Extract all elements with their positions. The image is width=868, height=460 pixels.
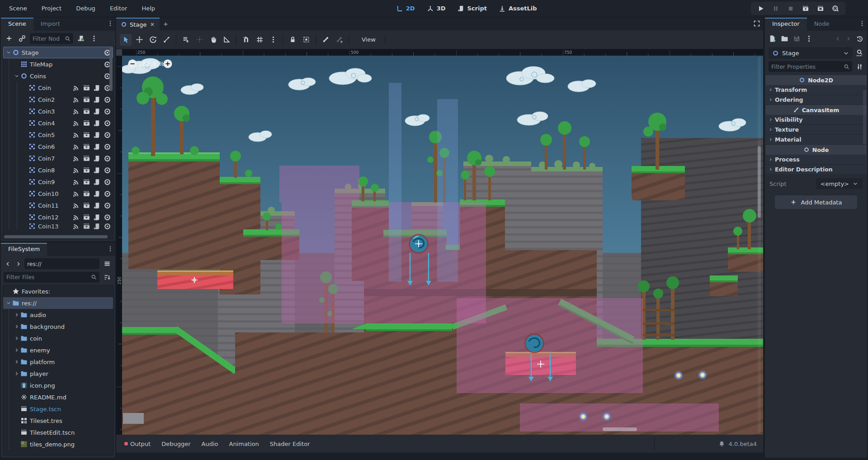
history-back-icon[interactable]: [835, 36, 841, 42]
inspector-section[interactable]: Texture: [765, 125, 867, 135]
script-icon[interactable]: [93, 166, 101, 174]
instanced-scene-icon[interactable]: [83, 155, 90, 162]
expander-icon[interactable]: [13, 371, 20, 376]
toolbar-button[interactable]: [254, 34, 265, 46]
filesystem-row[interactable]: res://: [3, 297, 113, 309]
new-resource-icon[interactable]: [769, 35, 776, 43]
scene-tree-row[interactable]: TileMap: [3, 58, 113, 70]
inspector-scrollbar[interactable]: [863, 90, 866, 144]
toolbar-button[interactable]: [147, 34, 159, 46]
inspector-section[interactable]: Node2D: [765, 75, 867, 85]
toolbar-button[interactable]: [240, 34, 252, 46]
script-icon[interactable]: [93, 213, 101, 221]
script-icon[interactable]: [93, 178, 101, 186]
script-icon[interactable]: [93, 108, 101, 115]
menu-item[interactable]: Editor: [104, 3, 132, 14]
toolbar-button[interactable]: [207, 34, 219, 46]
inspector-dock-menu-icon[interactable]: [859, 20, 865, 27]
file-sort-button[interactable]: [102, 272, 113, 283]
inspector-section[interactable]: Transform: [765, 85, 867, 95]
add-node-button[interactable]: [4, 33, 14, 44]
scene-tree-row[interactable]: Coin: [3, 82, 113, 94]
bottom-panel-tab[interactable]: Output: [120, 438, 155, 450]
history-forward-icon[interactable]: [845, 36, 851, 42]
view-menu-button[interactable]: View: [356, 34, 381, 45]
signal-icon[interactable]: [72, 119, 80, 127]
signal-icon[interactable]: [72, 178, 80, 186]
scene-tree-vscrollbar[interactable]: [109, 47, 113, 91]
filesystem-row[interactable]: Stage.tscn: [3, 403, 113, 415]
close-icon[interactable]: [150, 22, 155, 27]
node-selector-dropdown[interactable]: Stage: [769, 47, 853, 59]
expander-icon[interactable]: [13, 336, 20, 341]
visibility-toggle-icon[interactable]: [104, 108, 111, 115]
zoom-level[interactable]: 188.8 %: [138, 60, 165, 67]
mode-button[interactable]: Script: [458, 5, 487, 12]
load-resource-icon[interactable]: [781, 35, 788, 43]
expander-icon[interactable]: [5, 301, 12, 305]
scene-tree-row[interactable]: Coin12: [3, 211, 113, 223]
toolbar-button[interactable]: [176, 34, 176, 45]
instanced-scene-icon[interactable]: [83, 84, 90, 92]
bottom-panel-tab[interactable]: Shader Editor: [265, 438, 315, 450]
scene-tree-row[interactable]: Coin11: [3, 199, 113, 211]
signal-icon[interactable]: [72, 143, 80, 151]
filesystem-row[interactable]: tiles_demo.png: [3, 438, 113, 450]
play-control-icon[interactable]: [817, 5, 824, 12]
scene-tree-row[interactable]: Stage: [3, 47, 113, 58]
mode-button[interactable]: 3D: [427, 5, 446, 12]
toolbar-button[interactable]: [193, 34, 205, 46]
version-info[interactable]: 4.0.beta4: [718, 441, 757, 447]
scene-tree-row[interactable]: Coin8: [3, 164, 113, 176]
scene-tree-hscrollbar[interactable]: [4, 235, 108, 238]
visibility-toggle-icon[interactable]: [104, 96, 111, 104]
toolbar-button[interactable]: [180, 34, 192, 46]
instanced-scene-icon[interactable]: [83, 166, 90, 174]
new-scene-tab-button[interactable]: [160, 18, 172, 30]
instanced-scene-icon[interactable]: [83, 119, 90, 127]
visibility-toggle-icon[interactable]: [104, 190, 111, 198]
expander-icon[interactable]: [13, 324, 20, 329]
inspector-section[interactable]: Editor Description: [765, 165, 867, 175]
toolbar-button[interactable]: [133, 34, 145, 46]
toolbar-button[interactable]: [320, 34, 331, 46]
filesystem-row[interactable]: Favorites:: [3, 285, 113, 297]
script-icon[interactable]: [93, 119, 101, 127]
scene-tree-row[interactable]: Coin7: [3, 152, 113, 164]
script-icon[interactable]: [93, 190, 101, 198]
toolbar-button[interactable]: [333, 34, 345, 46]
play-control-icon[interactable]: [757, 5, 764, 12]
dock-tab[interactable]: Inspector: [765, 18, 807, 31]
expander-icon[interactable]: [13, 313, 20, 317]
instanced-scene-icon[interactable]: [83, 178, 90, 186]
dock-tab[interactable]: Node: [807, 18, 837, 31]
scene-tree-row[interactable]: Coins: [3, 70, 113, 82]
bottom-panel-tab[interactable]: Animation: [224, 438, 263, 450]
filesystem-row[interactable]: player: [3, 368, 113, 379]
visibility-toggle-icon[interactable]: [104, 223, 111, 229]
signal-icon[interactable]: [72, 131, 80, 139]
menu-item[interactable]: Scene: [4, 3, 33, 14]
signal-icon[interactable]: [72, 108, 80, 115]
filesystem-row[interactable]: coin: [3, 332, 113, 344]
viewport-hscrollbar-thumb[interactable]: [603, 427, 637, 431]
scene-tree-row[interactable]: Coin10: [3, 188, 113, 199]
history-forward-button[interactable]: [14, 258, 22, 269]
filesystem-row[interactable]: README.md: [3, 391, 113, 403]
filesystem-row[interactable]: platform: [3, 356, 113, 368]
menu-item[interactable]: Help: [136, 3, 160, 14]
scene-tree-row[interactable]: Coin6: [3, 141, 113, 152]
visibility-toggle-icon[interactable]: [104, 119, 111, 127]
scene-tree-row[interactable]: Coin2: [3, 94, 113, 105]
expander-icon[interactable]: [5, 50, 12, 55]
open-docs-icon[interactable]: [855, 49, 863, 57]
scene-tree-row[interactable]: Coin9: [3, 176, 113, 188]
file-filter-input[interactable]: [6, 274, 89, 280]
filesystem-row[interactable]: TilesetEdit.tscn: [3, 427, 113, 438]
instanced-scene-icon[interactable]: [83, 96, 90, 104]
filesystem-row[interactable]: audio: [3, 309, 113, 321]
scene-tree-menu-button[interactable]: [89, 33, 99, 44]
scene-tree-row[interactable]: Coin5: [3, 129, 113, 141]
toolbar-button[interactable]: [120, 34, 132, 46]
instanced-scene-icon[interactable]: [83, 190, 90, 198]
